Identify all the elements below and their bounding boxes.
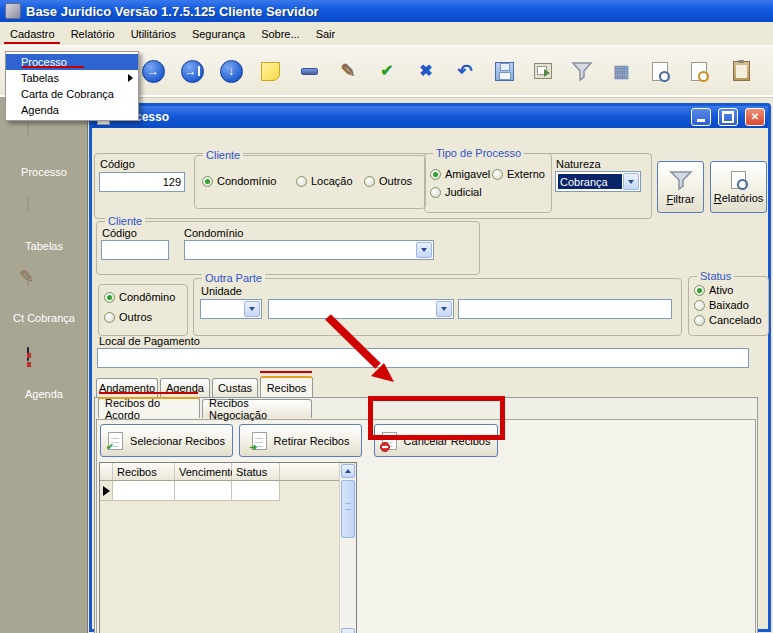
- sidebar-item-tabelas[interactable]: Tabelas: [0, 240, 88, 252]
- selecionar-recibos-button[interactable]: ✔ Selecionar Recibos: [100, 424, 233, 457]
- sidebar-item-ct-cobranca[interactable]: Ct Cobrança: [0, 312, 88, 324]
- nav-down-icon[interactable]: ↓: [217, 57, 245, 85]
- book-icon: [27, 347, 29, 361]
- radio-externo[interactable]: Externo: [492, 168, 545, 180]
- close-button[interactable]: ✕: [745, 108, 765, 126]
- grid-recibos: Recibos Vencimento Status: [99, 462, 357, 633]
- radio-cancelado[interactable]: Cancelado: [694, 314, 762, 326]
- menu-utilitarios[interactable]: Utilitários: [123, 22, 184, 45]
- tab-andamento[interactable]: Andamento: [96, 378, 158, 397]
- processo-window-title: Processo: [115, 110, 684, 124]
- chevron-down-icon: [249, 307, 255, 311]
- outra-parte-caption: Outra Parte: [202, 272, 265, 284]
- undo-icon[interactable]: ↶: [451, 57, 479, 85]
- natureza-dropdown-button[interactable]: [623, 173, 639, 190]
- scroll-down-icon[interactable]: [341, 628, 355, 633]
- sidebar-item-processo[interactable]: Processo: [0, 166, 88, 178]
- maximize-button[interactable]: [718, 108, 738, 126]
- sidebar-processo-icon[interactable]: [27, 124, 61, 136]
- title-bar: Base Juridico Versão 1.7.5.125 Cliente S…: [0, 0, 773, 22]
- unidade-label: Unidade: [201, 285, 242, 297]
- filtrar-button[interactable]: Filtrar: [657, 161, 704, 213]
- cancel-x-icon[interactable]: ✖: [412, 57, 440, 85]
- row-marker-cell: [100, 481, 113, 501]
- subtab-recibos-acordo[interactable]: Recibos do Acordo: [98, 397, 200, 418]
- tab-agenda[interactable]: Agenda: [160, 378, 210, 397]
- radio-judicial[interactable]: Judicial: [430, 186, 482, 198]
- unidade-combobox[interactable]: [200, 299, 262, 319]
- row-marker-icon: [103, 486, 110, 496]
- natureza-combobox[interactable]: Cobrança: [555, 171, 641, 192]
- outra-parte-combobox[interactable]: [268, 299, 454, 319]
- radio-outros-cliente[interactable]: Outros: [364, 175, 412, 187]
- local-pagamento-input[interactable]: [97, 348, 749, 368]
- tipo-processo-caption: Tipo de Processo: [433, 147, 524, 159]
- retirar-recibos-button[interactable]: ➜ Retirar Recibos: [239, 424, 362, 457]
- cancelar-recibos-button[interactable]: Cancelar Recibos: [374, 424, 498, 457]
- chevron-down-icon: [628, 180, 634, 184]
- radio-condominio[interactable]: Condomínio: [202, 175, 276, 187]
- confirm-check-icon[interactable]: ✔: [373, 57, 401, 85]
- radio-condomino[interactable]: Condômino: [104, 291, 175, 303]
- clipboard-icon[interactable]: [727, 57, 755, 85]
- radio-locacao[interactable]: Locação: [296, 175, 353, 187]
- grid-icon[interactable]: ▦: [607, 57, 635, 85]
- scroll-thumb[interactable]: [341, 480, 355, 538]
- document-icon: [27, 123, 29, 137]
- natureza-value: Cobrança: [558, 174, 622, 189]
- receipt-check-icon: ✔: [108, 432, 123, 450]
- codigo-input[interactable]: [99, 172, 185, 192]
- table-row[interactable]: [113, 481, 175, 501]
- recibos-scrollbar[interactable]: [339, 464, 356, 633]
- col-status[interactable]: Status: [232, 463, 280, 481]
- outra-parte-input[interactable]: [458, 299, 672, 319]
- menu-relatorio[interactable]: Relatório: [63, 22, 123, 45]
- sidebar-agenda-icon[interactable]: [27, 348, 61, 360]
- menuitem-carta-cobranca[interactable]: Carta de Cobrança: [6, 86, 138, 102]
- menu-sair[interactable]: Sair: [308, 22, 344, 45]
- menu-seguranca[interactable]: Segurança: [184, 22, 253, 45]
- save-icon[interactable]: [490, 57, 518, 85]
- sidebar-item-agenda[interactable]: Agenda: [0, 388, 88, 400]
- report-icon: [731, 171, 746, 189]
- search-doc-icon[interactable]: [685, 57, 713, 85]
- col-recibos[interactable]: Recibos: [113, 463, 175, 481]
- condominio-label: Condomínio: [184, 227, 243, 239]
- menu-cadastro[interactable]: Cadastro: [2, 22, 63, 45]
- app-icon: [5, 3, 21, 19]
- radio-amigavel[interactable]: Amigavel: [430, 168, 490, 180]
- local-pagamento-label: Local de Pagamento: [99, 335, 200, 347]
- status-caption: Status: [697, 270, 734, 282]
- condominio-combobox[interactable]: [184, 240, 434, 260]
- menu-sobre[interactable]: Sobre...: [253, 22, 308, 45]
- radio-ativo[interactable]: Ativo: [694, 284, 733, 296]
- menuitem-processo[interactable]: Processo: [6, 54, 138, 70]
- col-vencimento[interactable]: Vencimento: [175, 463, 232, 481]
- chevron-down-icon: [441, 307, 447, 311]
- remove-icon[interactable]: [295, 57, 323, 85]
- scroll-up-icon[interactable]: [341, 464, 355, 478]
- subtab-recibos-negociacao[interactable]: Recibos Negociação: [202, 399, 312, 418]
- table-icon: [27, 197, 29, 211]
- cadastro-dropdown-menu: Processo Tabelas Carta de Cobrança Agend…: [5, 51, 139, 121]
- edit-pencil-icon[interactable]: ✎: [334, 57, 362, 85]
- preview-icon[interactable]: [646, 57, 674, 85]
- filter-icon[interactable]: [568, 57, 596, 85]
- transfer-icon[interactable]: [529, 57, 557, 85]
- new-note-icon[interactable]: [256, 57, 284, 85]
- menuitem-tabelas[interactable]: Tabelas: [6, 70, 138, 86]
- cliente-codigo-input[interactable]: [101, 240, 169, 260]
- minimize-button[interactable]: [691, 108, 711, 126]
- radio-baixado[interactable]: Baixado: [694, 299, 749, 311]
- nav-last-icon[interactable]: →: [178, 57, 206, 85]
- tab-custas[interactable]: Custas: [212, 378, 258, 397]
- menuitem-agenda[interactable]: Agenda: [6, 102, 138, 118]
- sidebar-ctcobranca-icon[interactable]: ✎: [27, 272, 61, 284]
- cliente-codigo-label: Código: [102, 227, 137, 239]
- sidebar-tabelas-icon[interactable]: [27, 198, 61, 210]
- cliente-caption: Cliente: [105, 215, 145, 227]
- radio-outros-parte[interactable]: Outros: [104, 311, 152, 323]
- tab-recibos[interactable]: Recibos: [260, 376, 313, 397]
- nav-next-icon[interactable]: →: [139, 57, 167, 85]
- relatorios-button[interactable]: Relatórios: [710, 161, 767, 213]
